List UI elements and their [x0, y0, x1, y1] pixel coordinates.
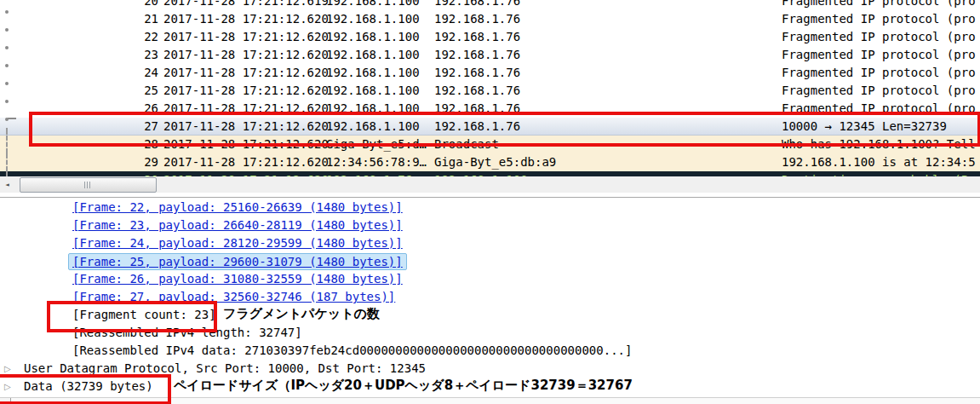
packet-time: 2017-11-28 17:21:12.619 [163, 0, 329, 10]
packet-source: 192.168.1.100 [326, 0, 420, 10]
hscrollbar-thumb[interactable] [20, 177, 157, 193]
detail-row-0[interactable]: [Frame: 22, payload: 25160-26639 (1480 b… [0, 199, 980, 216]
packet-number: 25 [116, 82, 158, 100]
packet-destination: Broadcast [434, 136, 499, 153]
annotation-payload-size-note: ペイロードサイズ（IPヘッダ20＋UDPヘッダ8＋ペイロード32739＝3276… [174, 378, 633, 394]
packet-source: 192.168.1.100 [326, 64, 420, 82]
packet-time: 2017-11-28 17:21:12.620 [163, 136, 329, 153]
packet-destination: 192.168.1.76 [434, 64, 520, 82]
detail-row-6[interactable]: [Fragment count: 23] [0, 306, 980, 324]
packet-source: 192.168.1.100 [326, 46, 420, 64]
packet-time: 2017-11-28 17:21:12.620 [163, 118, 329, 135]
scroll-left-icon: ◄ [5, 181, 9, 188]
scroll-left-button[interactable]: ◄ [0, 176, 14, 193]
packet-time: 2017-11-28 17:21:12.620 [163, 100, 329, 118]
packet-info: Fragmented IP protocol (pro [782, 100, 976, 118]
frame-link[interactable]: [Frame: 24, payload: 28120-29599 (1480 b… [72, 234, 403, 252]
packet-row-21[interactable]: 212017-11-28 17:21:12.620192.168.1.10019… [0, 10, 980, 28]
packet-info: Fragmented IP protocol (pro [782, 46, 976, 64]
detail-row-7[interactable]: [Reassembled IPv4 length: 32747] [0, 324, 980, 342]
detail-text: [Reassembled IPv4 data: 271030397feb24cd… [72, 342, 632, 360]
detail-text: [Reassembled IPv4 length: 32747] [72, 324, 302, 342]
packet-source: 12:34:56:78:9… [326, 153, 427, 171]
related-packet-dashed-line-icon [6, 128, 8, 135]
detail-text: [Fragment count: 23] [72, 306, 216, 324]
frame-link[interactable]: [Frame: 22, payload: 25160-26639 (1480 b… [72, 199, 403, 216]
packet-number: 27 [116, 118, 158, 135]
packet-source: 192.168.1.100 [326, 100, 420, 118]
packet-number: 29 [116, 153, 158, 171]
expander-icon[interactable]: ▷ [4, 378, 11, 395]
packet-number: 24 [116, 64, 158, 82]
packet-destination: 192.168.1.76 [434, 46, 520, 64]
detail-hscrollbar[interactable]: ◄ [0, 397, 980, 404]
pane-splitter[interactable] [0, 197, 980, 198]
detail-text: Data (32739 bytes) [24, 378, 153, 395]
packet-time: 2017-11-28 17:21:12.620 [163, 10, 329, 28]
frame-link[interactable]: [Frame: 26, payload: 31080-32559 (1480 b… [72, 270, 403, 288]
detail-text: User Datagram Protocol, Src Port: 10000,… [24, 360, 426, 378]
detail-row-8[interactable]: [Reassembled IPv4 data: 271030397feb24cd… [0, 342, 980, 360]
packet-detail-pane: [Frame: 22, payload: 25160-26639 (1480 b… [0, 199, 980, 396]
packet-row-24[interactable]: 242017-11-28 17:21:12.620192.168.1.10019… [0, 64, 980, 82]
packet-row-27[interactable]: 272017-11-28 17:21:12.620192.168.1.10019… [0, 118, 980, 136]
packet-list-hscrollbar[interactable]: ◄ [0, 176, 980, 193]
frame-link[interactable]: [Frame: 23, payload: 26640-28119 (1480 b… [72, 216, 403, 234]
related-packet-dot-icon [5, 100, 9, 103]
related-packet-line-icon [8, 118, 16, 119]
packet-row-25[interactable]: 252017-11-28 17:21:12.620192.168.1.10019… [0, 82, 980, 100]
packet-destination: 192.168.1.76 [434, 0, 520, 10]
detail-row-2[interactable]: [Frame: 24, payload: 28120-29599 (1480 b… [0, 234, 980, 252]
packet-time: 2017-11-28 17:21:12.620 [163, 82, 329, 100]
packet-info: Fragmented IP protocol (pro [782, 28, 976, 46]
packet-info: Fragmented IP protocol (pro [782, 64, 976, 82]
related-packet-dashed-line-icon [6, 136, 8, 153]
packet-info: 192.168.1.100 is at 12:34:5 [782, 153, 976, 171]
packet-source: 192.168.1.100 [326, 82, 420, 100]
packet-info: Fragmented IP protocol (pro [782, 10, 976, 28]
packet-number: 23 [116, 46, 158, 64]
detail-row-5[interactable]: [Frame: 27, payload: 32560-32746 (187 by… [0, 288, 980, 306]
packet-destination: 192.168.1.76 [434, 82, 520, 100]
packet-number: 28 [116, 136, 158, 153]
packet-number: 20 [116, 0, 158, 10]
packet-row-29[interactable]: 292017-11-28 17:21:12.62012:34:56:78:9…G… [0, 153, 980, 171]
packet-source: 192.168.1.100 [326, 10, 420, 28]
packet-time: 2017-11-28 17:21:12.620 [163, 28, 329, 46]
packet-row-23[interactable]: 232017-11-28 17:21:12.620192.168.1.10019… [0, 46, 980, 64]
detail-row-3[interactable]: [Frame: 25, payload: 29600-31079 (1480 b… [0, 252, 980, 270]
packet-info: Fragmented IP protocol (pro [782, 82, 976, 100]
packet-destination: 192.168.1.76 [434, 28, 520, 46]
detail-scroll-left-button[interactable]: ◄ [0, 398, 11, 404]
packet-row-28[interactable]: 282017-11-28 17:21:12.620Giga-Byt_e5:d…B… [0, 136, 980, 153]
packet-destination: 192.168.1.76 [434, 10, 520, 28]
detail-row-9[interactable]: ▷User Datagram Protocol, Src Port: 10000… [0, 360, 980, 378]
frame-link[interactable]: [Frame: 27, payload: 32560-32746 (187 by… [72, 288, 395, 306]
packet-source: Giga-Byt_e5:d… [326, 136, 427, 153]
packet-list-pane: 202017-11-28 17:21:12.619192.168.1.10019… [0, 0, 980, 176]
detail-row-4[interactable]: [Frame: 26, payload: 31080-32559 (1480 b… [0, 270, 980, 288]
packet-time: 2017-11-28 17:21:12.620 [163, 153, 329, 171]
packet-destination: Giga-Byt_e5:db:a9 [434, 153, 556, 171]
packet-number: 26 [116, 100, 158, 118]
packet-row-26[interactable]: 262017-11-28 17:21:12.620192.168.1.10019… [0, 100, 980, 118]
packet-row-22[interactable]: 222017-11-28 17:21:12.620192.168.1.10019… [0, 28, 980, 46]
related-packet-dot-icon [5, 82, 9, 85]
packet-destination: 192.168.1.76 [434, 100, 520, 118]
scroll-left-icon: ◄ [3, 400, 7, 404]
packet-time: 2017-11-28 17:21:12.620 [163, 64, 329, 82]
expander-icon[interactable]: ▷ [4, 360, 11, 378]
packet-number: 22 [116, 28, 158, 46]
packet-info: 10000 → 12345 Len=32739 [782, 118, 947, 135]
related-packet-dot-icon [5, 28, 9, 32]
related-packet-dot-icon [5, 10, 9, 14]
packet-row-20[interactable]: 202017-11-28 17:21:12.619192.168.1.10019… [0, 0, 980, 10]
related-packet-dot-icon [5, 64, 9, 67]
related-packet-dot-icon [5, 46, 9, 49]
wireshark-window: 202017-11-28 17:21:12.619192.168.1.10019… [0, 0, 980, 404]
related-packet-dashed-line-icon [6, 153, 8, 171]
packet-source: 192.168.1.100 [326, 28, 420, 46]
detail-row-1[interactable]: [Frame: 23, payload: 26640-28119 (1480 b… [0, 216, 980, 234]
frame-link[interactable]: [Frame: 25, payload: 29600-31079 (1480 b… [68, 253, 407, 270]
packet-info: Fragmented IP protocol (pro [782, 0, 976, 10]
